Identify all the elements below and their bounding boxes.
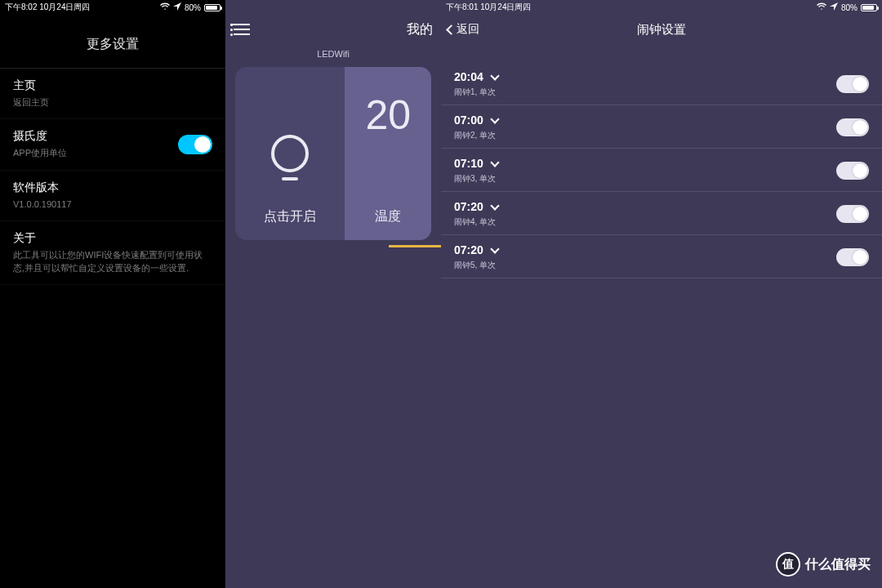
settings-panel: 下午8:02 10月24日周四 80% 更多设置 主页 返回主页 摄氏度 APP… — [0, 0, 225, 588]
alarm-panel: 下午8:01 10月24日周四 80% 返回 闹钟设置 — [441, 0, 882, 588]
location-icon — [830, 2, 838, 12]
status-time: 下午8:02 10月24日周四 — [5, 2, 91, 13]
back-label: 返回 — [457, 22, 479, 37]
battery-text: 80% — [841, 3, 858, 12]
celsius-toggle[interactable] — [178, 135, 212, 154]
temp-label: 温度 — [375, 208, 401, 225]
celsius-sub: APP使用单位 — [13, 147, 67, 159]
watermark-text: 什么值得买 — [805, 556, 871, 573]
about-label: 关于 — [13, 231, 212, 246]
alarm-row[interactable]: 07:20 闹钟5, 单次 — [441, 235, 882, 278]
version-value: V1.0.0.190117 — [13, 198, 212, 211]
alarm-list: 20:04 闹钟1, 单次 07:00 闹钟2, 单次 07:10 闹钟3, 单… — [441, 62, 882, 278]
chevron-left-icon — [446, 24, 457, 35]
alarm-row[interactable]: 07:10 闹钟3, 单次 — [441, 149, 882, 192]
chevron-down-icon — [490, 201, 499, 210]
celsius-label: 摄氏度 — [13, 129, 67, 144]
bulb-icon — [271, 135, 309, 172]
alarm-row[interactable]: 07:00 闹钟2, 单次 — [441, 105, 882, 149]
tab-underline — [389, 245, 441, 247]
alarm-sub: 闹钟2, 单次 — [454, 130, 498, 141]
settings-row-home[interactable]: 主页 返回主页 — [0, 69, 225, 119]
battery-text: 80% — [185, 3, 201, 12]
about-sub: 此工具可以让您的WIFI设备快速配置到可使用状态,并且可以帮忙自定义设置设备的一… — [13, 249, 212, 274]
statusbar-left: 下午8:02 10月24日周四 80% — [0, 0, 225, 15]
temp-value: 20 — [365, 91, 411, 139]
battery-icon — [204, 4, 220, 11]
settings-row-celsius[interactable]: 摄氏度 APP使用单位 — [0, 119, 225, 170]
alarm-row[interactable]: 07:20 闹钟4, 单次 — [441, 192, 882, 235]
alarm-sub: 闹钟5, 单次 — [454, 260, 498, 271]
alarm-time: 07:20 — [454, 200, 483, 213]
settings-title: 更多设置 — [0, 15, 225, 68]
alarm-time: 20:04 — [454, 70, 483, 83]
home-sub: 返回主页 — [13, 96, 212, 109]
alarm-time: 07:20 — [454, 243, 483, 256]
watermark: 值 什么值得买 — [776, 552, 871, 577]
settings-row-version[interactable]: 软件版本 V1.0.0.190117 — [0, 171, 225, 221]
chevron-down-icon — [490, 114, 499, 123]
home-label: 主页 — [13, 78, 212, 93]
alarm-sub: 闹钟4, 单次 — [454, 216, 498, 228]
device-card: 点击开启 20 温度 — [235, 67, 431, 240]
alarm-toggle[interactable] — [836, 75, 869, 93]
chevron-down-icon — [490, 158, 499, 167]
dashboard-panel: .. 我的 LEDWifi 点击开启 20 温度 — [225, 0, 441, 588]
alarm-time: 07:00 — [454, 114, 483, 127]
alarm-row[interactable]: 20:04 闹钟1, 单次 — [441, 62, 882, 105]
dash-tab[interactable]: LEDWifi — [225, 44, 441, 67]
alarm-toggle[interactable] — [836, 162, 869, 180]
alarm-toggle[interactable] — [836, 118, 869, 136]
dash-navbar: 我的 — [225, 15, 441, 44]
watermark-badge: 值 — [776, 552, 800, 577]
chevron-down-icon — [490, 71, 499, 80]
alarm-toggle[interactable] — [836, 248, 869, 266]
temp-tile[interactable]: 20 温度 — [345, 67, 431, 240]
light-label: 点击开启 — [264, 208, 316, 225]
statusbar-right: 下午8:01 10月24日周四 80% — [441, 0, 882, 15]
status-time: 下午8:01 10月24日周四 — [446, 2, 532, 13]
menu-icon[interactable] — [234, 24, 250, 35]
back-button[interactable]: 返回 — [448, 22, 479, 37]
light-tile[interactable]: 点击开启 — [235, 67, 345, 240]
battery-icon — [861, 4, 877, 11]
settings-row-about[interactable]: 关于 此工具可以让您的WIFI设备快速配置到可使用状态,并且可以帮忙自定义设置设… — [0, 221, 225, 285]
alarm-title: 闹钟设置 — [637, 22, 686, 38]
version-label: 软件版本 — [13, 180, 212, 195]
alarm-time: 07:10 — [454, 157, 483, 170]
alarm-toggle[interactable] — [836, 205, 869, 223]
alarm-sub: 闹钟1, 单次 — [454, 87, 498, 98]
dash-title: 我的 — [407, 21, 433, 38]
location-icon — [173, 2, 181, 12]
wifi-icon — [160, 2, 170, 12]
alarm-sub: 闹钟3, 单次 — [454, 173, 498, 185]
chevron-down-icon — [490, 244, 499, 253]
alarm-navbar: 返回 闹钟设置 — [441, 15, 882, 44]
wifi-icon — [817, 2, 826, 12]
